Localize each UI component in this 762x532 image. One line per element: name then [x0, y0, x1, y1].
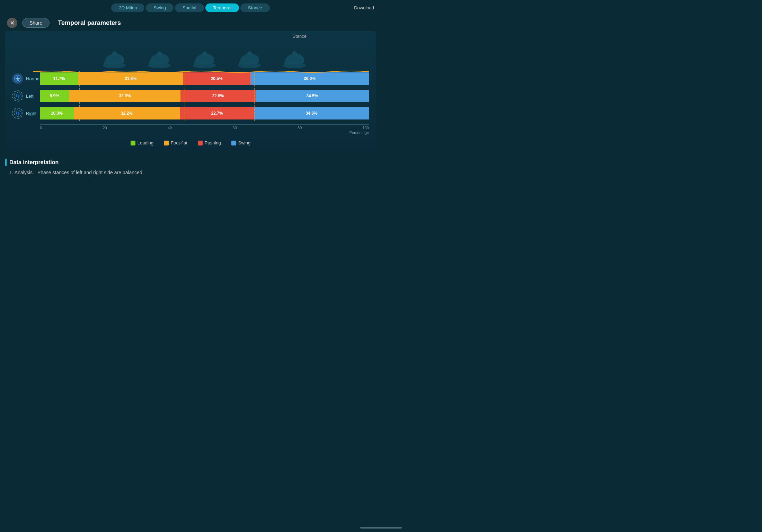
tab-stance[interactable]: Stance — [240, 3, 269, 12]
shoe-icon-5 — [282, 50, 307, 69]
bar-row-left: 👣 Left 8.9% 33.9% 22.8% 34.5% — [12, 90, 369, 102]
shoe-icon-4 — [237, 50, 262, 69]
row-label-normal: Normal — [12, 73, 40, 84]
seg-right-pushing: 22.7% — [180, 107, 255, 119]
legend-dot-loading — [131, 141, 135, 145]
chart-legend: Loading Foot-flat Pushing Swing — [12, 140, 369, 145]
nav-tabs: 3D Mtion Swing Spatial Temporal Stance — [111, 3, 269, 12]
interpretation-bar-accent — [5, 159, 7, 166]
legend-loading: Loading — [131, 140, 153, 145]
legend-label-loading: Loading — [138, 140, 153, 145]
bar-row-right: 👣 Right 10.3% 32.2% 22.7% 34.8% — [12, 107, 369, 119]
row-label-right: 👣 Right — [12, 108, 40, 119]
row-name-left: Left — [26, 94, 34, 99]
close-button[interactable]: ✕ — [7, 18, 17, 28]
x-ticks: 0 20 40 60 80 100 — [40, 124, 369, 130]
seg-left-footflat: 33.9% — [69, 90, 180, 102]
normal-icon — [12, 73, 23, 84]
legend-dot-swing — [231, 141, 236, 145]
stance-label: Stance — [293, 34, 307, 39]
seg-normal-pushing: 20.5% — [183, 72, 250, 85]
tab-swing[interactable]: Swing — [146, 3, 173, 12]
seg-right-loading: 10.3% — [40, 107, 74, 119]
svg-point-1 — [148, 63, 171, 68]
header-row: ✕ Share Temporal parameters — [0, 16, 381, 31]
shoes-background — [5, 31, 376, 72]
share-button[interactable]: Share — [22, 18, 50, 28]
seg-right-swing: 34.8% — [254, 107, 369, 119]
top-nav: 3D Mtion Swing Spatial Temporal Stance D… — [0, 0, 381, 16]
shoe-icon-1 — [102, 50, 126, 69]
right-icon: 👣 — [12, 108, 23, 119]
interpretation-item-1: 1. Analysis：Phase stances of left and ri… — [9, 170, 376, 176]
x-tick-80: 80 — [298, 126, 302, 130]
legend-footflat: Foot-flat — [164, 140, 187, 145]
chart-container: Stance Normal 11.7% — [5, 31, 376, 152]
seg-right-footflat: 32.2% — [74, 107, 180, 119]
bar-track-left: 8.9% 33.9% 22.8% 34.5% — [40, 90, 369, 102]
svg-point-0 — [103, 63, 126, 68]
legend-swing: Swing — [231, 140, 250, 145]
bar-track-normal: 11.7% 31.8% 20.5% 36.0% — [40, 72, 369, 85]
svg-text:👣: 👣 — [15, 111, 20, 116]
legend-pushing: Pushing — [198, 140, 221, 145]
x-axis: 0 20 40 60 80 100 Percentage — [40, 124, 369, 135]
shoe-icon-3 — [192, 50, 216, 69]
seg-left-pushing: 22.8% — [180, 90, 255, 102]
x-tick-100: 100 — [363, 126, 369, 130]
svg-text:👣: 👣 — [15, 94, 20, 98]
legend-label-footflat: Foot-flat — [171, 140, 187, 145]
bars-area: Normal 11.7% 31.8% 20.5% 36.0% 👣 Left — [12, 72, 369, 135]
x-tick-60: 60 — [233, 126, 237, 130]
item-text: Analysis：Phase stances of left and right… — [15, 170, 144, 175]
legend-dot-pushing — [198, 141, 203, 145]
legend-label-pushing: Pushing — [205, 140, 221, 145]
x-tick-40: 40 — [168, 126, 172, 130]
x-axis-label: Percentage — [40, 131, 369, 135]
seg-left-loading: 8.9% — [40, 90, 69, 102]
tab-3d-motion[interactable]: 3D Mtion — [111, 3, 144, 12]
seg-normal-footflat: 31.8% — [78, 72, 183, 85]
page-title: Temporal parameters — [58, 19, 121, 27]
interpretation-section: Data interpretation 1. Analysis：Phase st… — [5, 159, 376, 176]
bar-row-normal: Normal 11.7% 31.8% 20.5% 36.0% — [12, 72, 369, 85]
row-label-left: 👣 Left — [12, 90, 40, 101]
row-name-right: Right — [26, 111, 36, 116]
bar-track-right: 10.3% 32.2% 22.7% 34.8% — [40, 107, 369, 119]
interpretation-title: Data interpretation — [9, 159, 59, 166]
tab-temporal[interactable]: Temporal — [205, 3, 239, 12]
seg-normal-loading: 11.7% — [40, 72, 78, 85]
x-tick-0: 0 — [40, 126, 42, 130]
row-name-normal: Normal — [26, 76, 41, 81]
interpretation-header: Data interpretation — [5, 159, 376, 166]
left-icon: 👣 — [12, 90, 23, 101]
seg-normal-swing: 36.0% — [250, 72, 369, 85]
svg-point-4 — [283, 63, 306, 68]
svg-point-2 — [193, 63, 216, 68]
legend-label-swing: Swing — [238, 140, 250, 145]
x-tick-20: 20 — [103, 126, 107, 130]
seg-left-swing: 34.5% — [256, 90, 369, 102]
legend-dot-footflat — [164, 141, 169, 145]
svg-point-3 — [238, 63, 261, 68]
tab-spatial[interactable]: Spatial — [175, 3, 204, 12]
shoe-icon-2 — [147, 50, 171, 69]
download-button[interactable]: Download — [354, 5, 374, 10]
item-number: 1. — [9, 170, 15, 175]
